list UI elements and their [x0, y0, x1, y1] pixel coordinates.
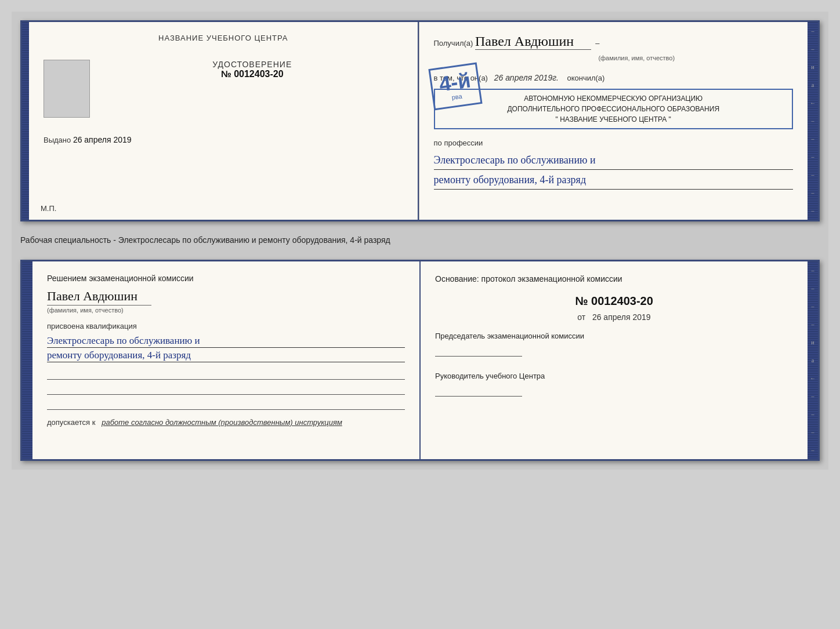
edge-char-9: – — [812, 172, 814, 178]
booklet-right-page: 4-й рва Получил(а) Павел Авдюшин – (фами… — [419, 22, 808, 220]
recipient-name-wrapper: Павел Авдюшин — [475, 34, 591, 50]
date-from: 26 апреля 2019 — [592, 312, 651, 322]
bottom-right-page: Основание: протокол экзаменационной коми… — [421, 261, 808, 459]
chairman-label: Председатель экзаменационной комиссии — [435, 331, 793, 341]
bottom-right-spine: – – – – и а ← – – – – — [808, 261, 818, 459]
name-sub-top: (фамилия, имя, отчество) — [573, 54, 700, 61]
blank-line-2 — [47, 384, 405, 395]
edge-char-4: а — [812, 82, 814, 88]
blank-line-1 — [47, 369, 405, 380]
edge-char-6: – — [812, 118, 814, 124]
edge-char-3: и — [811, 64, 814, 70]
mp-label: М.П. — [41, 204, 56, 213]
received-line: Получил(а) Павел Авдюшин – — [434, 34, 794, 50]
right-spine: – – и а ← – – – – – – — [808, 22, 818, 220]
chairman-sig-field — [435, 346, 522, 357]
cert-label: УДОСТОВЕРЕНИЕ — [102, 60, 403, 69]
bottom-left-spine — [22, 261, 32, 459]
bottom-edge-5: и — [811, 339, 814, 346]
допускается-section: допускается к работе согласно должностны… — [47, 418, 405, 427]
top-certificate-booklet: НАЗВАНИЕ УЧЕБНОГО ЦЕНТРА УДОСТОВЕРЕНИЕ №… — [20, 20, 820, 221]
separator-text: Рабочая специальность - Электрослесарь п… — [20, 232, 820, 249]
booklet-left-page: НАЗВАНИЕ УЧЕБНОГО ЦЕНТРА УДОСТОВЕРЕНИЕ №… — [29, 22, 419, 220]
bottom-edge-7: ← — [810, 375, 816, 381]
допускается-text: работе согласно должностным (производств… — [102, 418, 342, 427]
edge-char-7: – — [812, 136, 814, 142]
qualification-line1: Электрослесарь по обслуживанию и — [47, 335, 405, 348]
допускается-prefix: допускается к — [47, 418, 95, 427]
left-spine — [22, 22, 29, 220]
qualification-line2: ремонту оборудования, 4-й разряд — [47, 350, 405, 362]
bottom-edge-6: а — [812, 357, 814, 363]
blank-lines-section — [47, 369, 405, 410]
date-from-prefix: от — [577, 312, 585, 322]
bottom-edge-3: – — [812, 303, 814, 310]
bottom-left-page: Решением экзаменационной комиссии Павел … — [32, 261, 421, 459]
org-line1: АВТОНОМНУЮ НЕКОММЕРЧЕСКУЮ ОРГАНИЗАЦИЮ — [439, 93, 789, 104]
chairman-block: Председатель экзаменационной комиссии — [435, 331, 793, 359]
photo-placeholder — [44, 60, 90, 118]
bottom-edge-2: – — [812, 285, 814, 292]
cert-number: № 0012403-20 — [102, 69, 403, 79]
finished-label: окончил(а) — [567, 74, 604, 82]
decision-title: Решением экзаменационной комиссии — [47, 273, 405, 285]
edge-char-2: – — [812, 46, 814, 52]
in-that-label: в том, что он(а) — [434, 74, 488, 82]
doc-number-block: № 0012403-20 — [435, 294, 793, 308]
edge-char-8: – — [812, 154, 814, 160]
qualification-label: присвоена квалификация — [47, 322, 405, 330]
director-label: Руководитель учебного Центра — [435, 371, 793, 381]
date-from-line: от 26 апреля 2019 — [435, 312, 793, 322]
bottom-edge-4: – — [812, 321, 814, 328]
qual-line-wrapper: Электрослесарь по обслуживанию и ремонту… — [47, 335, 405, 362]
bottom-edge-10: – — [812, 429, 814, 435]
org-block: АВТОНОМНУЮ НЕКОММЕРЧЕСКУЮ ОРГАНИЗАЦИЮ ДО… — [434, 89, 794, 129]
issued-label: Выдано — [44, 136, 71, 144]
basis-label: Основание: протокол экзаменационной коми… — [435, 273, 793, 285]
bottom-edge-1: – — [812, 267, 814, 274]
profession-label: по профессии — [434, 139, 483, 147]
in-that-section: в том, что он(а) 26 апреля 2019г. окончи… — [434, 72, 794, 190]
person-name: Павел Авдюшин — [47, 289, 405, 304]
director-block: Руководитель учебного Центра — [435, 371, 793, 399]
received-label: Получил(а) — [434, 39, 473, 48]
blank-line-3 — [47, 399, 405, 410]
org-name: " НАЗВАНИЕ УЧЕБНОГО ЦЕНТРА " — [439, 114, 789, 125]
director-sig-field — [435, 386, 522, 397]
doc-number: № 0012403-20 — [435, 294, 793, 308]
bottom-certificate-booklet: Решением экзаменационной комиссии Павел … — [20, 260, 820, 461]
training-center-title: НАЗВАНИЕ УЧЕБНОГО ЦЕНТРА — [44, 34, 403, 42]
certificate-info: УДОСТОВЕРЕНИЕ № 0012403-20 — [102, 60, 403, 79]
edge-char-11: – — [812, 208, 814, 214]
issued-line: Выдано 26 апреля 2019 — [44, 135, 403, 144]
edge-char-1: – — [812, 28, 814, 34]
recipient-name: Павел Авдюшин — [475, 34, 574, 49]
cert-date: 26 апреля 2019г. — [494, 73, 559, 82]
bottom-edge-11: – — [812, 447, 814, 453]
issued-date: 26 апреля 2019 — [73, 135, 132, 144]
profession-line1: Электрослесарь по обслуживанию и — [434, 152, 794, 170]
bottom-edge-9: – — [812, 411, 814, 417]
bottom-edge-8: – — [812, 393, 814, 399]
person-name-sub: (фамилия, имя, отчество) — [47, 305, 151, 314]
profession-line2: ремонту оборудования, 4-й разряд — [434, 172, 794, 190]
org-line2: ДОПОЛНИТЕЛЬНОГО ПРОФЕССИОНАЛЬНОГО ОБРАЗО… — [439, 104, 789, 114]
edge-char-10: – — [812, 190, 814, 196]
edge-char-5: ← — [810, 100, 816, 106]
